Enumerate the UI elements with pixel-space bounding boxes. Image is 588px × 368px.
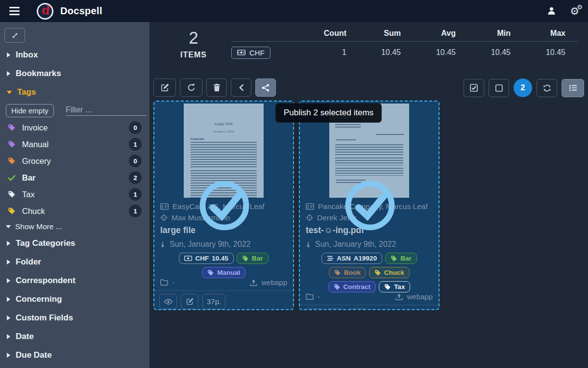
list-check-icon bbox=[569, 84, 577, 91]
tag-row-bar-selected[interactable]: Bar 2 bbox=[0, 169, 149, 186]
edit-icon bbox=[161, 83, 169, 92]
selected-count-badge[interactable]: 2 bbox=[514, 79, 532, 97]
column-avg: Avg bbox=[414, 29, 468, 38]
edit-selected-button[interactable] bbox=[153, 79, 176, 97]
tag-icon bbox=[8, 140, 16, 148]
top-navbar: d Docspell ⚙⚙ bbox=[0, 0, 588, 22]
arrow-down-icon bbox=[160, 241, 165, 248]
currency-chip: CHF bbox=[231, 47, 270, 59]
reprocess-button[interactable] bbox=[180, 79, 202, 97]
exit-select-mode-button[interactable] bbox=[537, 79, 557, 97]
sidebar-item-correspondent[interactable]: Correspondent bbox=[0, 271, 149, 290]
merge-button[interactable] bbox=[231, 79, 251, 97]
item-title: large file bbox=[160, 225, 287, 237]
document-preview: Large PDF October 1, 2020 Contents bbox=[154, 102, 293, 198]
preview-item-button[interactable] bbox=[159, 294, 177, 309]
sidebar-item-tag-categories[interactable]: Tag Categories bbox=[0, 234, 149, 253]
angle-left-icon bbox=[239, 84, 244, 91]
tag-icon bbox=[8, 207, 16, 215]
edit-item-button[interactable] bbox=[181, 294, 198, 309]
tag-row-chuck[interactable]: Chuck 1 bbox=[0, 203, 149, 219]
tag-filter-input[interactable] bbox=[66, 105, 149, 114]
column-min: Min bbox=[468, 29, 523, 38]
source-value: webapp bbox=[407, 292, 433, 301]
tag-badge-manual[interactable]: Manual bbox=[202, 267, 245, 278]
user-icon[interactable] bbox=[547, 6, 556, 16]
list-view-button[interactable] bbox=[562, 79, 584, 97]
items-count: 2 bbox=[178, 28, 209, 48]
tag-badge-contract[interactable]: Contract bbox=[328, 281, 376, 292]
tag-count: 1 bbox=[129, 188, 142, 201]
value-sum: 10.45 bbox=[359, 48, 414, 57]
sidebar-item-inbox[interactable]: Inbox bbox=[0, 46, 149, 64]
hide-empty-toggle[interactable]: Hide empty bbox=[6, 104, 54, 117]
sidebar-item-due-date[interactable]: Due Date bbox=[0, 346, 149, 365]
value-avg: 10.45 bbox=[414, 48, 468, 57]
sidebar-item-date[interactable]: Date bbox=[0, 327, 149, 346]
sidebar-item-concerning[interactable]: Concerning bbox=[0, 290, 149, 309]
tag-icon bbox=[8, 190, 16, 198]
tag-icon bbox=[374, 269, 381, 276]
money-icon bbox=[237, 50, 245, 55]
edit-item-button[interactable] bbox=[326, 308, 344, 310]
column-max: Max bbox=[523, 29, 578, 38]
tag-badge-chuck[interactable]: Chuck bbox=[369, 267, 410, 278]
menu-icon[interactable] bbox=[7, 4, 22, 19]
eye-icon bbox=[164, 299, 172, 305]
due-date-badge: 2022/01/29 bbox=[374, 309, 434, 310]
value-min: 10.45 bbox=[468, 48, 523, 57]
chevron-right-icon bbox=[7, 241, 10, 246]
main-content: 2 ITEMS Count Sum Avg Min Max CHF 1 10.4… bbox=[149, 22, 588, 368]
tag-row-invoice[interactable]: Invoice 0 bbox=[0, 119, 149, 136]
sync-icon bbox=[543, 84, 551, 92]
tag-row-manual[interactable]: Manual 1 bbox=[0, 136, 149, 153]
preview-section: Contents bbox=[191, 137, 264, 140]
sidebar-item-bookmarks[interactable]: Bookmarks bbox=[0, 64, 149, 83]
tag-count: 0 bbox=[129, 155, 142, 167]
show-more-link[interactable]: Show More ... bbox=[0, 219, 149, 234]
select-all-button[interactable] bbox=[464, 79, 484, 97]
chevron-right-icon bbox=[7, 260, 10, 264]
item-card-large-file[interactable]: Large PDF October 1, 2020 Contents Eas bbox=[153, 101, 294, 310]
item-card-test-ing[interactable]: Pancake Company, Marcus Leaf Derek Jeter… bbox=[299, 101, 440, 310]
summary-table: Count Sum Avg Min Max CHF 1 10.45 10.45 … bbox=[231, 25, 578, 63]
correspondent-row: EasyCare AG, Marcus Leaf bbox=[160, 201, 287, 212]
deselect-all-button[interactable] bbox=[489, 79, 509, 97]
upload-icon bbox=[250, 279, 257, 286]
sidebar-item-source[interactable]: Source bbox=[0, 365, 149, 368]
tag-row-grocery[interactable]: Grocery 0 bbox=[0, 153, 149, 169]
chevron-right-icon bbox=[7, 297, 10, 302]
share-nodes-icon bbox=[262, 84, 270, 92]
rotate-icon bbox=[187, 83, 196, 92]
docspell-logo: d bbox=[37, 3, 53, 20]
item-date-row: Sun, January 9th, 2022 bbox=[160, 240, 287, 249]
chevron-right-icon bbox=[7, 353, 10, 358]
tag-badge-book[interactable]: Book bbox=[329, 267, 366, 278]
concerning-row: Derek Jeter bbox=[306, 212, 433, 223]
sidebar: Inbox Bookmarks Tags Hide empty Invoice … bbox=[0, 22, 149, 368]
chevron-down-icon bbox=[6, 225, 11, 228]
sidebar-item-custom-fields[interactable]: Custom Fields bbox=[0, 309, 149, 327]
expand-sidebar-button[interactable] bbox=[4, 28, 25, 43]
chevron-right-icon bbox=[7, 315, 10, 320]
tag-icon bbox=[8, 124, 16, 131]
share-button[interactable] bbox=[255, 79, 276, 97]
table-row: CHF 1 10.45 10.45 10.45 10.45 bbox=[231, 42, 578, 63]
crosshair-icon bbox=[160, 214, 168, 221]
sidebar-item-folder[interactable]: Folder bbox=[0, 253, 149, 271]
tag-badge-tax[interactable]: Tax bbox=[379, 281, 410, 292]
delete-button[interactable] bbox=[206, 79, 227, 97]
tag-icon bbox=[334, 269, 341, 276]
tag-icon bbox=[391, 255, 397, 262]
tag-badge-bar[interactable]: Bar bbox=[385, 253, 417, 264]
column-sum: Sum bbox=[359, 29, 414, 38]
id-card-icon bbox=[160, 203, 169, 210]
folder-value: - bbox=[172, 278, 174, 287]
check-icon bbox=[8, 174, 16, 182]
tag-row-tax[interactable]: Tax 1 bbox=[0, 186, 149, 203]
sidebar-item-tags[interactable]: Tags bbox=[0, 83, 149, 102]
preview-item-button[interactable] bbox=[305, 308, 322, 310]
chevron-right-icon bbox=[7, 71, 10, 76]
gear-icon[interactable]: ⚙⚙ bbox=[570, 6, 579, 16]
tag-badge-bar[interactable]: Bar bbox=[237, 253, 269, 264]
